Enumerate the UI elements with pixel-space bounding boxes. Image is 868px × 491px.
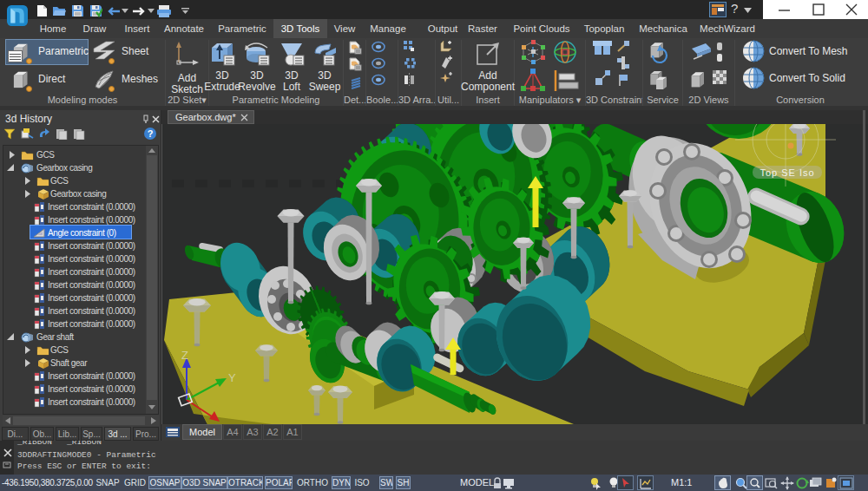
svg-text:Z: Z: [181, 349, 188, 362]
svg-text:Y: Y: [228, 371, 236, 384]
svg-text:Top SE Iso: Top SE Iso: [760, 167, 814, 178]
